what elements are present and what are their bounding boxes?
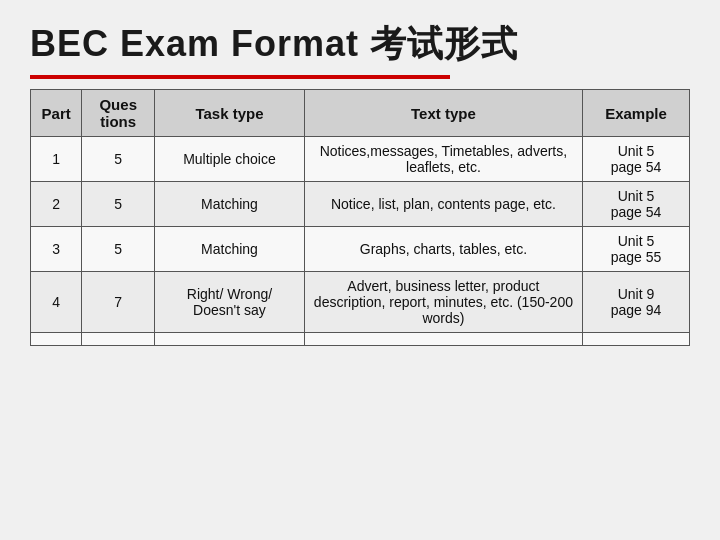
cell-part [31,333,82,346]
cell-part: 3 [31,227,82,272]
page-title: BEC Exam Format 考试形式 [30,20,690,69]
table-row [31,333,690,346]
header-questions: Questions [82,90,155,137]
cell-task-type: Right/ Wrong/Doesn't say [155,272,305,333]
cell-part: 2 [31,182,82,227]
exam-format-table: Part Questions Task type Text type Examp… [30,89,690,346]
cell-task-type [155,333,305,346]
cell-task-type: Matching [155,182,305,227]
cell-example: Unit 5page 54 [582,182,689,227]
table-row: 25MatchingNotice, list, plan, contents p… [31,182,690,227]
cell-example: Unit 5page 55 [582,227,689,272]
cell-part: 4 [31,272,82,333]
cell-task-type: Matching [155,227,305,272]
cell-text-type: Graphs, charts, tables, etc. [304,227,582,272]
cell-example: Unit 5page 54 [582,137,689,182]
header-text-type: Text type [304,90,582,137]
cell-task-type: Multiple choice [155,137,305,182]
cell-text-type: Notice, list, plan, contents page, etc. [304,182,582,227]
header-task-type: Task type [155,90,305,137]
cell-part: 1 [31,137,82,182]
cell-questions: 7 [82,272,155,333]
table-row: 35MatchingGraphs, charts, tables, etc.Un… [31,227,690,272]
cell-example [582,333,689,346]
cell-example: Unit 9page 94 [582,272,689,333]
title-underline [30,75,450,79]
cell-text-type: Advert, business letter, product descrip… [304,272,582,333]
header-example: Example [582,90,689,137]
cell-text-type [304,333,582,346]
cell-questions: 5 [82,182,155,227]
table-row: 15Multiple choiceNotices,messages, Timet… [31,137,690,182]
cell-questions: 5 [82,227,155,272]
cell-questions [82,333,155,346]
cell-text-type: Notices,messages, Timetables, adverts, l… [304,137,582,182]
header-part: Part [31,90,82,137]
cell-questions: 5 [82,137,155,182]
table-row: 47Right/ Wrong/Doesn't sayAdvert, busine… [31,272,690,333]
